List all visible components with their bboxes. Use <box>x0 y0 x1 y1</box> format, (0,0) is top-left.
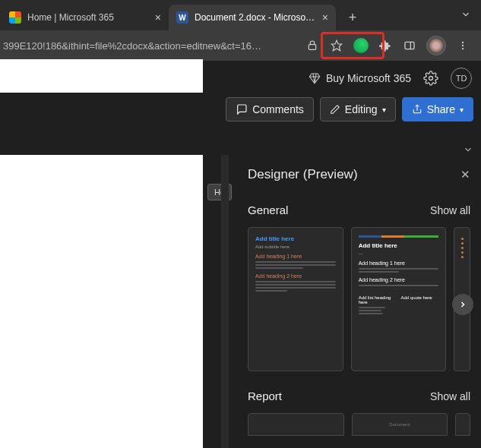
next-templates-button[interactable] <box>452 294 473 315</box>
extensions-icon[interactable] <box>378 38 393 53</box>
svg-point-6 <box>462 48 464 49</box>
vertical-scrollbar[interactable] <box>221 155 229 448</box>
new-tab-button[interactable]: + <box>342 7 363 28</box>
template-card[interactable] <box>248 413 344 436</box>
template-card[interactable]: Document <box>352 413 448 436</box>
pencil-icon <box>330 104 340 115</box>
comments-button[interactable]: Comments <box>226 97 314 121</box>
settings-gear-icon[interactable] <box>423 71 438 86</box>
svg-point-8 <box>429 76 433 80</box>
close-panel-icon[interactable]: ✕ <box>460 168 470 181</box>
svg-rect-2 <box>405 42 414 49</box>
template-card-partial[interactable] <box>455 413 470 436</box>
tab-document[interactable]: W Document 2.docx - Microsoft W × <box>169 5 336 30</box>
close-tab-icon[interactable]: × <box>322 11 328 24</box>
browser-tabstrip: Home | Microsoft 365 × W Document 2.docx… <box>0 0 481 30</box>
template-subtitle: Add subtitle here <box>255 245 336 249</box>
tab-home[interactable]: Home | Microsoft 365 × <box>2 5 169 30</box>
template-quote: Add quote here <box>401 295 439 300</box>
template-card[interactable]: Add title here — Add heading 1 here Add … <box>351 227 447 371</box>
address-bar[interactable]: 399E120!186&ithint=file%2cdocx&action=ed… <box>0 34 297 57</box>
tab-home-label: Home | Microsoft 365 <box>27 12 149 23</box>
editing-label: Editing <box>345 103 378 115</box>
premium-diamond-icon <box>309 72 321 84</box>
chevron-down-icon: ▾ <box>460 106 464 114</box>
buy-m365-label: Buy Microsoft 365 <box>326 72 411 84</box>
section-general-title: General <box>248 203 288 216</box>
template-title: Add title here <box>359 242 439 249</box>
share-icon <box>412 104 422 115</box>
designer-panel: Designer (Preview) ✕ General Show all Ad… <box>236 155 481 448</box>
chevron-down-icon[interactable] <box>460 9 471 23</box>
kebab-menu-icon[interactable] <box>455 38 470 53</box>
comment-icon <box>236 103 248 115</box>
buy-m365-button[interactable]: Buy Microsoft 365 <box>309 72 411 84</box>
show-all-general[interactable]: Show all <box>430 204 470 216</box>
document-canvas[interactable] <box>0 155 203 448</box>
svg-point-4 <box>462 42 464 43</box>
tab-doc-label: Document 2.docx - Microsoft W <box>195 12 316 23</box>
document-page-top <box>0 59 203 93</box>
profile-avatar[interactable] <box>426 36 446 55</box>
template-heading: Add heading 2 here <box>255 273 336 279</box>
report-templates-row: Document <box>248 413 470 436</box>
chevron-down-icon: ▾ <box>382 106 386 114</box>
comments-label: Comments <box>252 103 304 115</box>
svg-rect-0 <box>309 45 315 50</box>
share-page-icon[interactable] <box>305 38 320 53</box>
editing-mode-button[interactable]: Editing ▾ <box>320 97 396 121</box>
browser-toolbar: 399E120!186&ithint=file%2cdocx&action=ed… <box>0 30 481 61</box>
template-heading: Add heading 1 here <box>359 260 439 266</box>
template-list-heading: Add list heading here <box>359 295 397 304</box>
close-tab-icon[interactable]: × <box>155 11 161 24</box>
account-initials[interactable]: TD <box>451 68 472 89</box>
grammarly-icon[interactable] <box>353 38 369 53</box>
m365-icon <box>9 11 21 24</box>
ribbon-row: Comments Editing ▾ Share ▾ <box>226 97 473 121</box>
template-card[interactable]: Add title here Add subtitle here Add hea… <box>248 227 343 371</box>
word-icon: W <box>176 11 188 24</box>
share-button[interactable]: Share ▾ <box>402 97 473 121</box>
bookmark-star-icon[interactable] <box>329 38 344 53</box>
side-panel-icon[interactable] <box>402 38 417 53</box>
section-report-title: Report <box>248 390 282 402</box>
template-title: Add title here <box>255 235 336 242</box>
svg-marker-1 <box>331 40 341 50</box>
show-all-report[interactable]: Show all <box>430 390 470 402</box>
share-label: Share <box>427 103 455 115</box>
general-templates-row: Add title here Add subtitle here Add hea… <box>248 227 470 371</box>
svg-point-5 <box>462 45 464 46</box>
template-heading: Add heading 1 here <box>255 254 336 259</box>
template-heading: Add heading 2 here <box>359 277 439 282</box>
designer-title: Designer (Preview) <box>248 167 358 182</box>
